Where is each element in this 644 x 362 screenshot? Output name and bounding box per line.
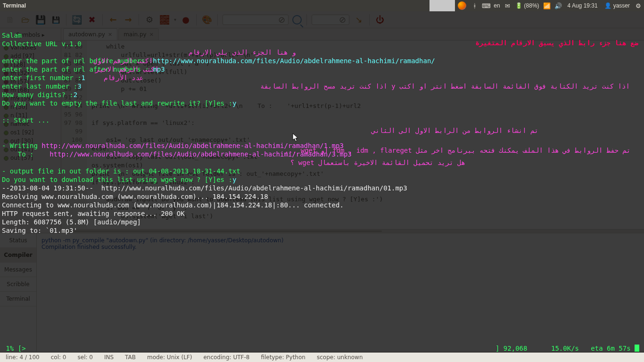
terminal-line bbox=[2, 107, 642, 116]
status-sel: sel: 0 bbox=[72, 354, 99, 361]
keyboard-lang[interactable]: en bbox=[494, 2, 500, 9]
terminal-line: Do you want to download this list using … bbox=[2, 175, 642, 184]
terminal-line bbox=[2, 124, 642, 133]
terminal-line: Do you want to empty the file last and r… bbox=[2, 99, 642, 107]
terminal-line: Connecting to www.nouralhuda.com (www.no… bbox=[2, 201, 642, 209]
battery-indicator[interactable]: 🔋 (88%) bbox=[515, 2, 539, 9]
progress-left: 1% [> bbox=[2, 344, 26, 353]
terminal-line: enter first number :1 bbox=[2, 74, 642, 82]
terminal-line: Resolving www.nouralhuda.com (www.noural… bbox=[2, 192, 642, 201]
firefox-icon[interactable] bbox=[458, 1, 466, 10]
terminal-line: - output file in out folder is : out_04-… bbox=[2, 167, 642, 175]
status-ft: filetype: Python bbox=[255, 354, 311, 361]
terminal[interactable]: SalamCollective URL v.1.0 enter the part… bbox=[0, 11, 644, 353]
terminal-line bbox=[2, 48, 642, 57]
status-ins: INS bbox=[99, 354, 119, 361]
status-scope: scope: unknown bbox=[311, 354, 369, 361]
status-line: line: 4 / 100 bbox=[0, 354, 45, 361]
status-mode: mode: Unix (LF) bbox=[141, 354, 198, 361]
user-icon: 👤 bbox=[604, 2, 611, 9]
status-enc: encoding: UTF-8 bbox=[198, 354, 255, 361]
network-icon[interactable]: 📶 bbox=[541, 0, 553, 11]
cursor-block bbox=[635, 345, 639, 352]
battery-pct: (88%) bbox=[524, 2, 539, 9]
clock[interactable]: 4 Aug 19:31 bbox=[568, 2, 598, 9]
terminal-line: HTTP request sent, awaiting response... … bbox=[2, 209, 642, 218]
annotation: و هنا الجزء الذي يلي الارقام bbox=[189, 48, 296, 57]
annotation: اكتب الرقم الاول bbox=[93, 57, 153, 65]
terminal-line: Length: 6087756 (5.8M) [audio/mpeg] bbox=[2, 218, 642, 226]
bluetooth-icon[interactable]: ᚼ bbox=[469, 0, 480, 11]
progress-stats: ] 92,068 15.0K/s eta 6m 57s bbox=[495, 344, 639, 353]
annotation: اذا كنت تريد الكتابة فوق القائمة السابقة… bbox=[260, 82, 630, 90]
annotation: تم حفظ الروابط في هذا الملف يمكنك فتحه ب… bbox=[285, 146, 630, 155]
annotation: هل تريد تحميل القائمة الاخيرة باستعمال w… bbox=[290, 158, 465, 167]
terminal-line: :: Start ... bbox=[2, 116, 642, 124]
wget-progress: 1% [> ] 92,068 15.0K/s eta 6m 57s bbox=[2, 344, 639, 353]
status-tab: TAB bbox=[119, 354, 141, 361]
panel-selection bbox=[429, 0, 455, 11]
terminal-line bbox=[2, 133, 642, 141]
battery-icon: 🔋 bbox=[515, 2, 522, 9]
terminal-line bbox=[2, 235, 642, 243]
user-name: yasser bbox=[613, 2, 630, 9]
annotation: عدد الأرقام bbox=[104, 74, 143, 82]
terminal-line: --2013-08-04 19:31:50-- http://www.noura… bbox=[2, 184, 642, 192]
keyboard-icon[interactable]: ⌨ bbox=[480, 0, 492, 11]
annotation: ضع هنا جزء رابط الذي يسبق الارقام المتغي… bbox=[475, 39, 638, 47]
annotation: اكتب الرقم الاخير bbox=[95, 65, 159, 74]
terminal-line: How many digits? :2 bbox=[2, 90, 642, 99]
session-icon[interactable]: ⚙ bbox=[633, 0, 644, 11]
terminal-line: Saving to: `01.mp3' bbox=[2, 226, 642, 235]
annotation: تم انشاء الروابط من الرابط الاول الى الث… bbox=[372, 126, 538, 135]
ubuntu-top-panel: Terminal ᚼ ⌨ en ✉ 🔋 (88%) 📶 🔊 4 Aug 19:3… bbox=[0, 0, 644, 11]
user-menu[interactable]: 👤 yasser bbox=[604, 2, 630, 9]
mail-icon[interactable]: ✉ bbox=[502, 0, 513, 11]
status-bar: line: 4 / 100 col: 0 sel: 0 INS TAB mode… bbox=[0, 352, 644, 362]
sound-icon[interactable]: 🔊 bbox=[553, 0, 564, 11]
window-title: Terminal bbox=[0, 2, 26, 9]
status-col: col: 0 bbox=[45, 354, 72, 361]
